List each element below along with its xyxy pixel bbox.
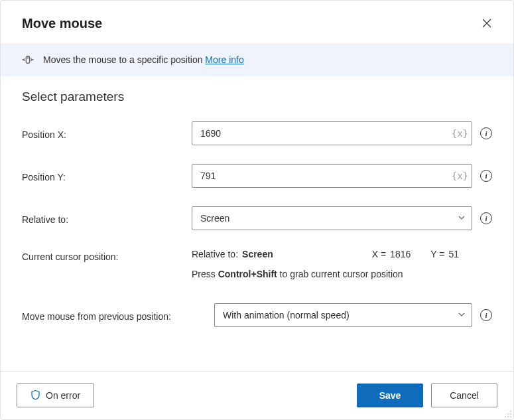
info-icon[interactable]: i [480,127,492,139]
label-relative-to: Relative to: [22,212,192,225]
info-icon[interactable]: i [480,212,492,224]
shield-icon [31,389,40,402]
dialog-footer: On error Save Cancel [1,371,513,419]
label-cursor-position: Current cursor position: [22,249,192,262]
info-banner: Moves the mouse to a specific position M… [1,43,513,76]
label-position-x: Position X: [22,127,192,140]
close-button[interactable] [476,13,497,34]
move-mouse-icon [22,54,34,66]
cursor-readout: Relative to: Screen X = 1816 Y = 51 [192,249,492,259]
info-icon[interactable]: i [480,170,492,182]
label-move-mode: Move mouse from previous position: [22,309,214,322]
row-position-y: Position Y: {x} i [22,164,492,188]
row-cursor-position: Current cursor position: Relative to: Sc… [22,249,492,279]
dialog-body: Select parameters Position X: {x} i Posi… [1,76,513,371]
label-position-y: Position Y: [22,169,192,182]
dialog-header: Move mouse [1,1,513,43]
move-mouse-dialog: Move mouse Moves the mouse to a specific… [0,0,514,420]
cancel-button[interactable]: Cancel [431,384,497,407]
input-position-y[interactable] [192,164,472,188]
banner-text: Moves the mouse to a specific position [43,54,202,65]
variable-picker-y[interactable]: {x} [452,171,468,181]
select-relative-to[interactable]: Screen [192,206,472,230]
info-icon[interactable]: i [480,309,492,321]
variable-picker-x[interactable]: {x} [452,128,468,139]
more-info-link[interactable]: More info [205,54,243,65]
input-position-x[interactable] [192,121,472,145]
row-move-mode: Move mouse from previous position: With … [22,303,492,327]
cursor-x-value: 1816 [390,249,411,259]
on-error-button[interactable]: On error [17,384,94,407]
cursor-hint: Press Control+Shift to grab current curs… [192,269,492,279]
row-position-x: Position X: {x} i [22,121,492,145]
select-move-mode[interactable]: With animation (normal speed) [214,303,472,327]
section-heading: Select parameters [22,90,492,104]
save-button[interactable]: Save [357,384,423,407]
cursor-y-value: 51 [448,249,459,259]
dialog-title: Move mouse [22,16,102,31]
row-relative-to: Relative to: Screen i [22,206,492,230]
close-icon [482,19,491,28]
